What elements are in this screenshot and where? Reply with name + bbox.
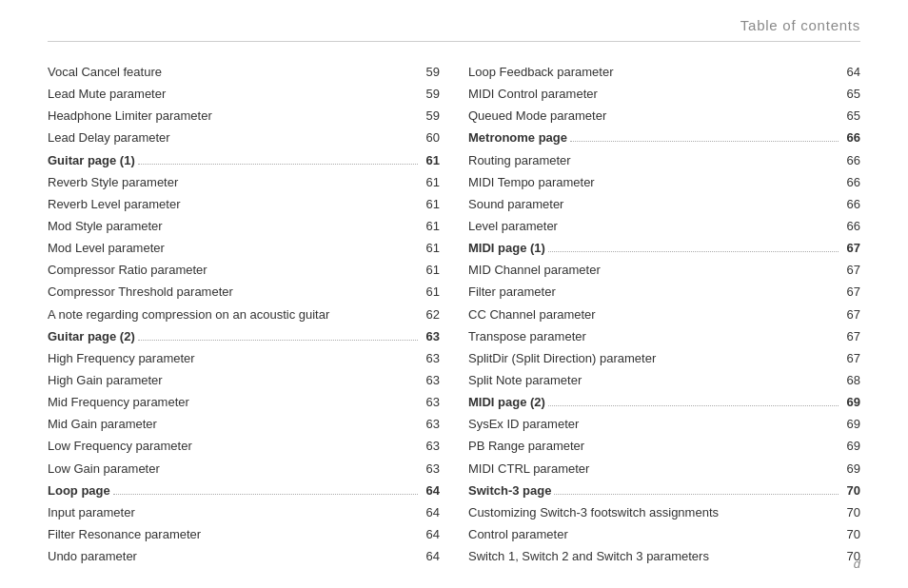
toc-page-number: 61 — [421, 173, 440, 192]
toc-page-number: 66 — [841, 217, 860, 236]
toc-page-number: 67 — [841, 305, 860, 324]
toc-item-label: A note regarding compression on an acous… — [48, 305, 329, 324]
toc-page-number: 67 — [841, 327, 860, 346]
toc-item-label: Customizing Switch-3 footswitch assignme… — [468, 503, 719, 522]
toc-page-number: 61 — [421, 261, 440, 280]
toc-dots — [113, 494, 418, 495]
toc-page-number: 61 — [421, 283, 440, 302]
toc-item-label: Input parameter — [48, 503, 135, 522]
toc-item-label: Lead Mute parameter — [48, 85, 166, 104]
list-item: Lead Mute parameter59 — [48, 85, 440, 104]
toc-item-label: Control parameter — [468, 525, 568, 544]
toc-page-number: 67 — [841, 261, 860, 280]
toc-page-number: 64 — [421, 525, 440, 544]
list-item: MIDI Tempo parameter66 — [468, 173, 860, 192]
toc-page-number: 66 — [841, 195, 860, 214]
toc-item-label: Metronome page — [468, 128, 567, 147]
toc-page-number: 62 — [421, 305, 440, 324]
toc-item-label: MIDI Tempo parameter — [468, 173, 595, 192]
toc-item-label: Split Note parameter — [468, 371, 582, 390]
toc-item-label: High Gain parameter — [48, 371, 163, 390]
toc-page-number: 63 — [421, 415, 440, 434]
list-item: MIDI page (1)67 — [468, 239, 860, 258]
toc-item-label: Reverb Level parameter — [48, 195, 180, 214]
toc-item-label: MIDI page (1) — [468, 239, 545, 258]
toc-item-label: Lead Delay parameter — [48, 128, 170, 147]
list-item: Filter parameter67 — [468, 283, 860, 302]
toc-page-number: 63 — [421, 327, 440, 346]
list-item: Undo parameter64 — [48, 547, 440, 566]
list-item: Headphone Limiter parameter59 — [48, 107, 440, 126]
list-item: Compressor Threshold parameter61 — [48, 283, 440, 302]
toc-item-label: Loop page — [48, 481, 110, 500]
toc-dots — [570, 141, 839, 142]
toc-page-number: 66 — [841, 173, 860, 192]
toc-item-label: Reverb Style parameter — [48, 173, 178, 192]
toc-item-label: Filter parameter — [468, 283, 556, 302]
toc-dots — [138, 164, 418, 165]
list-item: MIDI Control parameter65 — [468, 85, 860, 104]
toc-item-label: MIDI CTRL parameter — [468, 460, 589, 479]
toc-item-label: Mid Frequency parameter — [48, 393, 189, 412]
list-item: Sound parameter66 — [468, 195, 860, 214]
toc-page-number: 64 — [421, 503, 440, 522]
toc-page-number: 67 — [841, 349, 860, 368]
toc-item-label: CC Channel parameter — [468, 305, 596, 324]
toc-page-number: 61 — [421, 217, 440, 236]
list-item: Lead Delay parameter60 — [48, 128, 440, 147]
list-item: Reverb Style parameter61 — [48, 173, 440, 192]
list-item: Metronome page66 — [468, 128, 860, 147]
toc-page-number: 69 — [841, 437, 860, 456]
toc-page-number: 59 — [421, 107, 440, 126]
list-item: Control parameter70 — [468, 525, 860, 544]
toc-item-label: High Frequency parameter — [48, 349, 195, 368]
list-item: Routing parameter66 — [468, 151, 860, 170]
toc-item-label: MIDI page (2) — [468, 393, 545, 412]
list-item: Switch-3 page70 — [468, 481, 860, 500]
toc-page-number: 65 — [841, 85, 860, 104]
toc-page-number: 59 — [421, 85, 440, 104]
toc-item-label: PB Range parameter — [468, 437, 584, 456]
list-item: PB Range parameter69 — [468, 437, 860, 456]
list-item: Split Note parameter68 — [468, 371, 860, 390]
list-item: Mod Level parameter61 — [48, 239, 440, 258]
toc-page-number: 63 — [421, 371, 440, 390]
toc-page-number: 69 — [841, 460, 860, 479]
list-item: Mid Gain parameter63 — [48, 415, 440, 434]
toc-page-number: 64 — [421, 547, 440, 566]
right-column: Loop Feedback parameter64MIDI Control pa… — [468, 63, 860, 569]
toc-item-label: Mid Gain parameter — [48, 415, 157, 434]
toc-item-label: Compressor Ratio parameter — [48, 261, 207, 280]
toc-item-label: Transpose parameter — [468, 327, 586, 346]
toc-item-label: Guitar page (1) — [48, 151, 135, 170]
toc-item-label: Sound parameter — [468, 195, 563, 214]
list-item: SplitDir (Split Direction) parameter67 — [468, 349, 860, 368]
toc-page-number: 69 — [841, 415, 860, 434]
toc-item-label: MID Channel parameter — [468, 261, 601, 280]
list-item: Compressor Ratio parameter61 — [48, 261, 440, 280]
list-item: Guitar page (2)63 — [48, 327, 440, 346]
toc-item-label: Switch 1, Switch 2 and Switch 3 paramete… — [468, 547, 709, 566]
list-item: SysEx ID parameter69 — [468, 415, 860, 434]
list-item: CC Channel parameter67 — [468, 305, 860, 324]
toc-item-label: Undo parameter — [48, 547, 137, 566]
page-header: Table of contents — [48, 0, 860, 42]
list-item: Guitar page (1)61 — [48, 151, 440, 170]
list-item: Input parameter64 — [48, 503, 440, 522]
list-item: Switch 1, Switch 2 and Switch 3 paramete… — [468, 547, 860, 566]
toc-page-number: 67 — [841, 283, 860, 302]
toc-item-label: Level parameter — [468, 217, 558, 236]
toc-item-label: Filter Resonance parameter — [48, 525, 201, 544]
page-title: Table of contents — [740, 17, 860, 33]
page-footer-label: d — [854, 557, 860, 571]
list-item: Low Gain parameter63 — [48, 460, 440, 479]
toc-page-number: 63 — [421, 460, 440, 479]
list-item: Loop Feedback parameter64 — [468, 63, 860, 82]
toc-page-number: 61 — [421, 151, 440, 170]
toc-item-label: Routing parameter — [468, 151, 571, 170]
toc-page-number: 70 — [841, 525, 860, 544]
toc-item-label: Queued Mode parameter — [468, 107, 606, 126]
list-item: Reverb Level parameter61 — [48, 195, 440, 214]
toc-item-label: Low Frequency parameter — [48, 437, 192, 456]
toc-page-number: 63 — [421, 349, 440, 368]
